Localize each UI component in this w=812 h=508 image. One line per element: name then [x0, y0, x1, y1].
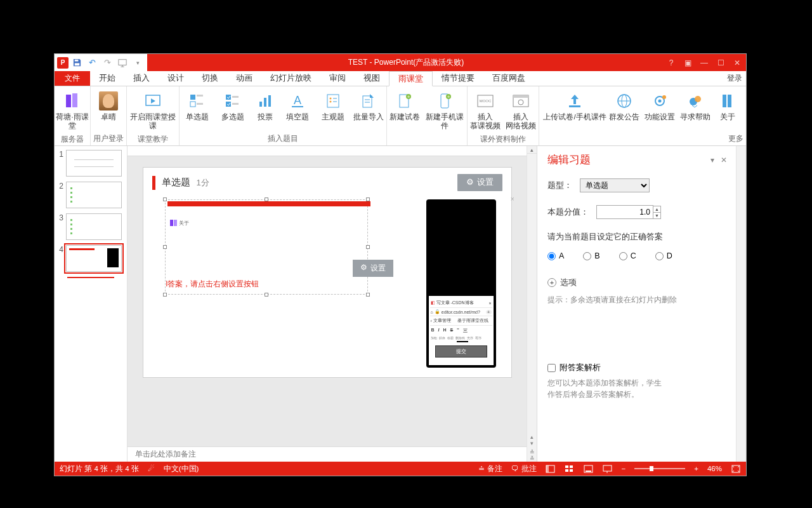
tab-baidunetdisk[interactable]: 百度网盘	[483, 71, 534, 86]
attach-analysis-row[interactable]: 附答案解析	[547, 363, 727, 373]
svg-text:MOOC: MOOC	[480, 99, 492, 103]
svg-point-37	[518, 100, 523, 105]
spellcheck-icon[interactable]: ☄	[148, 464, 155, 473]
svg-rect-11	[232, 96, 239, 98]
ribbon-display-icon[interactable]: ▣	[681, 57, 694, 69]
option-d[interactable]: D	[655, 251, 672, 260]
option-c[interactable]: C	[619, 251, 636, 260]
insert-mooc-button[interactable]: MOOC 插入 慕课视频	[468, 89, 503, 133]
question-type-select[interactable]: 单选题	[580, 178, 650, 192]
titlebar: P ↶ ↷ ▾ TEST - PowerPoint(产品激活失败) ? ▣ — …	[55, 54, 746, 71]
close-icon[interactable]: ✕	[731, 57, 743, 69]
tab-yuketang[interactable]: 雨课堂	[389, 71, 433, 86]
help-icon[interactable]: ?	[665, 57, 678, 69]
tab-review[interactable]: 审阅	[320, 71, 355, 86]
tab-animations[interactable]: 动画	[227, 71, 261, 86]
tab-home[interactable]: 开始	[90, 71, 124, 86]
gear-icon: ⚙	[360, 263, 367, 274]
about-button[interactable]: 关于	[713, 89, 742, 124]
new-exam-button[interactable]: + 新建试卷	[387, 89, 422, 124]
single-choice-button[interactable]: 单选题	[180, 89, 215, 124]
thumb-2[interactable]: 2	[57, 182, 122, 208]
svg-rect-50	[174, 220, 177, 226]
slideshow-view-icon[interactable]	[603, 464, 613, 473]
start-slideshow-icon[interactable]	[115, 56, 129, 70]
close-overlay-icon[interactable]: ×	[511, 196, 514, 203]
gear-icon: ⚙	[466, 177, 474, 188]
svg-rect-16	[268, 95, 271, 107]
question-settings-button[interactable]: ⚙ 设置	[457, 174, 502, 191]
thumb-1[interactable]: 1	[57, 150, 122, 177]
open-class-button[interactable]: 开启雨课堂授课	[127, 89, 179, 133]
ribbon-more-button[interactable]: 更多	[728, 134, 743, 144]
bulk-import-button[interactable]: 批量导入	[351, 89, 386, 124]
maximize-icon[interactable]: ☐	[714, 57, 727, 69]
undo-icon[interactable]: ↶	[85, 56, 99, 70]
signin-link[interactable]: 登录	[727, 73, 742, 84]
comments-toggle[interactable]: 🗨批注	[511, 464, 537, 474]
thumb-3[interactable]: 3	[57, 213, 122, 240]
group-announce-button[interactable]: 群发公告	[606, 89, 642, 124]
tab-storyboard[interactable]: 情节提要	[433, 71, 483, 86]
zoom-in-button[interactable]: +	[694, 465, 698, 472]
svg-text:A: A	[294, 94, 301, 107]
qat-dropdown-icon[interactable]: ▾	[131, 56, 145, 70]
reading-view-icon[interactable]	[584, 464, 594, 473]
save-icon[interactable]	[70, 56, 84, 70]
panel-close-icon[interactable]: ✕	[721, 156, 727, 164]
notes-pane[interactable]: 单击此处添加备注	[128, 446, 527, 462]
insert-web-video-button[interactable]: 插入 网络视频	[503, 89, 539, 133]
collapse-ribbon-icon[interactable]: ▴	[527, 146, 537, 154]
notes-toggle[interactable]: ≐备注	[478, 464, 502, 474]
floating-settings-button[interactable]: ⚙设置	[353, 260, 393, 277]
slide-canvas[interactable]: 单选题 1分 ⚙ 设置 关于	[128, 156, 527, 446]
tab-view[interactable]: 视图	[355, 71, 389, 86]
tab-transitions[interactable]: 切换	[193, 71, 227, 86]
slide-thumbnails: 1 2 3 4	[55, 146, 128, 462]
fit-window-icon[interactable]	[731, 464, 741, 473]
panel-scrollbar[interactable]	[736, 146, 746, 462]
vote-button[interactable]: 投票	[251, 89, 280, 124]
multi-choice-button[interactable]: 多选题	[215, 89, 251, 124]
subjective-button[interactable]: 主观题	[315, 89, 351, 124]
zoom-value[interactable]: 46%	[707, 465, 722, 472]
tab-insert[interactable]: 插入	[124, 71, 159, 86]
fill-blank-button[interactable]: A 填空题	[280, 89, 315, 124]
panel-dropdown-icon[interactable]: ▾	[710, 156, 714, 164]
svg-rect-59	[603, 465, 612, 471]
sorter-view-icon[interactable]	[565, 464, 575, 473]
language-label[interactable]: 中文(中国)	[164, 464, 199, 474]
workspace: 1 2 3 4 单选题 1分 ⚙ 设置	[55, 146, 746, 462]
statusbar: 幻灯片 第 4 张，共 4 张 ☄ 中文(中国) ≐备注 🗨批注 − + 46%	[55, 462, 746, 476]
question-type-row: 题型： 单选题	[547, 178, 727, 192]
tab-file[interactable]: 文件	[55, 71, 90, 86]
svg-rect-0	[74, 60, 78, 62]
feature-settings-button[interactable]: 功能设置	[642, 89, 678, 124]
ribbon: 荷塘·雨课堂 服务器 卓晴 用户登录 开启雨课堂授课 课堂教学	[55, 86, 746, 146]
zoom-out-button[interactable]: −	[622, 465, 626, 472]
zoom-slider[interactable]	[634, 468, 685, 469]
question-type-label: 单选题	[162, 177, 190, 189]
ribbon-group-material: MOOC 插入 慕课视频 插入 网络视频 课外资料制作	[468, 86, 539, 145]
tab-slideshow[interactable]: 幻灯片放映	[261, 71, 320, 86]
option-b[interactable]: B	[583, 251, 599, 260]
redo-icon[interactable]: ↷	[100, 56, 114, 70]
score-input[interactable]	[596, 205, 653, 219]
thumb-4[interactable]: 4	[57, 245, 122, 272]
hetang-button[interactable]: 荷塘·雨课堂	[55, 89, 90, 133]
user-button[interactable]: 卓晴	[91, 89, 126, 124]
seek-help-button[interactable]: 寻求帮助	[678, 89, 713, 124]
option-a[interactable]: A	[547, 251, 564, 260]
editor-scrollbar[interactable]: ▴ ▴ ▾ ≙ ≚	[527, 146, 537, 462]
add-option-button[interactable]: + 选项	[547, 277, 727, 288]
upload-button[interactable]: 上传试卷/手机课件	[543, 89, 606, 124]
tab-design[interactable]: 设计	[159, 71, 193, 86]
ribbon-group-userlogin: 卓晴 用户登录	[91, 86, 127, 145]
score-stepper[interactable]: ▲▼	[653, 206, 661, 219]
normal-view-icon[interactable]	[546, 464, 556, 473]
attach-analysis-checkbox[interactable]	[547, 364, 556, 372]
minimize-icon[interactable]: —	[698, 57, 710, 69]
ribbon-group-classteach: 开启雨课堂授课 课堂教学	[127, 86, 180, 145]
slide[interactable]: 单选题 1分 ⚙ 设置 关于	[143, 168, 511, 377]
new-mobile-courseware-button[interactable]: + 新建手机课件	[422, 89, 467, 133]
